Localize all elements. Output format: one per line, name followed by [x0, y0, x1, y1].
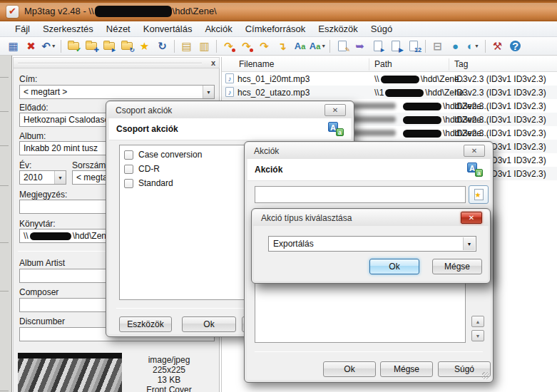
- reload-directory-icon[interactable]: ↻: [118, 38, 136, 54]
- column-tag[interactable]: Tag: [454, 59, 468, 69]
- paste-tag-arrow-icon[interactable]: ↷: [255, 38, 273, 54]
- red-dot: [232, 48, 235, 52]
- menu-nezet[interactable]: Nézet: [100, 22, 137, 36]
- composer-label: Composer: [19, 287, 58, 297]
- panel-close-icon[interactable]: x: [211, 58, 215, 67]
- checkbox-unchecked[interactable]: [124, 165, 133, 174]
- auto-numbering-icon[interactable]: 12: [404, 38, 422, 54]
- close-icon[interactable]: ✕: [464, 145, 485, 157]
- menu-akciok[interactable]: Akciók: [198, 22, 238, 36]
- tools-button[interactable]: Eszközök: [119, 316, 172, 332]
- checkbox-unchecked[interactable]: [124, 179, 133, 188]
- favorites-glyph: ★: [140, 41, 149, 51]
- title-field[interactable]: < megtart >▼: [19, 85, 215, 99]
- tag-panel-header[interactable]: x: [13, 57, 220, 68]
- discnumber-label: Discnumber: [19, 316, 65, 326]
- close-icon[interactable]: ✕: [461, 212, 482, 224]
- move-up-button[interactable]: ▲: [471, 316, 484, 327]
- move-down-button[interactable]: ▼: [471, 330, 484, 341]
- column-path[interactable]: Path: [374, 59, 392, 69]
- column-filename[interactable]: Filename: [239, 59, 274, 69]
- album-label: Album:: [19, 131, 46, 141]
- add-directory-icon[interactable]: ✚: [82, 38, 100, 54]
- print-glyph: ⊟: [433, 41, 442, 51]
- undo-icon[interactable]: ↶▼: [40, 38, 58, 54]
- action-type-combo[interactable]: Exportálás ▼: [268, 236, 476, 252]
- comment-label: Megjegyzés:: [19, 190, 67, 200]
- new-action-button[interactable]: ★: [469, 185, 489, 204]
- tag-to-filename-icon[interactable]: ►: [369, 38, 387, 54]
- menu-eszkozok[interactable]: Eszközök: [312, 22, 364, 36]
- year-field[interactable]: 2010▼: [19, 170, 66, 185]
- album-art[interactable]: [18, 353, 122, 392]
- dropdown-caret: ▼: [51, 43, 56, 48]
- ok-button[interactable]: Ok: [323, 361, 376, 377]
- cover-mime: image/jpeg: [126, 355, 212, 365]
- year-label: Év:: [19, 160, 31, 170]
- actions-icon[interactable]: Aa▼: [309, 38, 327, 54]
- favorites-icon[interactable]: ★: [136, 38, 153, 54]
- remove-icon[interactable]: ✖: [22, 38, 40, 54]
- artist-label: Előadó:: [19, 103, 48, 113]
- save-glyph: ▦: [8, 41, 18, 51]
- resize-grip[interactable]: [482, 372, 489, 379]
- web-sources-icon[interactable]: ◐▼: [464, 38, 482, 54]
- web-icon[interactable]: ●: [446, 38, 464, 54]
- table-row[interactable]: ♪hcs_01_i20mt.mp3\\\hdd\Zene...ID3v2.3 (…: [222, 72, 557, 86]
- convert-glyph: ➥: [355, 41, 364, 51]
- edit-tag-icon[interactable]: ✎: [333, 38, 351, 54]
- column-divider[interactable]: [369, 58, 369, 71]
- aa-glyph: Aa: [295, 41, 306, 51]
- copy-tag-icon[interactable]: ▤: [178, 38, 195, 54]
- ok-button[interactable]: Ok: [182, 316, 236, 332]
- copy-tag-arrow-icon[interactable]: ↷: [237, 38, 255, 54]
- title-bar: ✔ Mp3tag v2.48 - \\\hdd\Zene\: [0, 0, 557, 21]
- chevron-down-icon[interactable]: ▼: [463, 237, 475, 250]
- tag-copy-arrow-glyph: ↴: [277, 41, 287, 51]
- menu-sugo[interactable]: Súgó: [364, 22, 399, 36]
- refresh-icon[interactable]: ↻: [153, 38, 171, 54]
- menu-szerkesztes[interactable]: Szerkesztés: [36, 22, 100, 36]
- menu-cimkeforrasok[interactable]: Címkeforrások: [239, 22, 312, 36]
- open-directory-icon[interactable]: ►: [100, 38, 118, 54]
- toolbar-separator: [329, 40, 330, 53]
- chevron-down-icon[interactable]: ▼: [203, 86, 214, 98]
- action-name-field[interactable]: [255, 186, 466, 203]
- star-icon: ★: [475, 192, 481, 199]
- web-glyph: ●: [452, 41, 459, 51]
- window-title: Mp3tag v2.48 - \\\hdd\Zene\: [24, 6, 217, 18]
- menu-fajl[interactable]: Fájl: [9, 22, 36, 36]
- paste-tag-icon[interactable]: ▥: [195, 38, 213, 54]
- file-tag: ID3v2.3 (ID3v1 ID3v2.3): [454, 128, 546, 138]
- chevron-down-icon[interactable]: ▼: [54, 171, 66, 184]
- table-row[interactable]: ♪hcs_02_utazo.mp3\\1\hdd\Zene...ID3v2.3 …: [222, 86, 557, 99]
- toolbar-separator: [216, 40, 217, 53]
- dialog-separator: [255, 351, 483, 352]
- close-icon[interactable]: ✕: [325, 104, 346, 116]
- dropdown-caret: ▼: [321, 43, 326, 48]
- column-divider[interactable]: [449, 58, 449, 71]
- options-icon[interactable]: ⚒: [489, 38, 506, 54]
- checkbox-unchecked[interactable]: [124, 150, 133, 160]
- convert-icon[interactable]: ➥: [351, 38, 369, 54]
- cover-info: image/jpeg 225x225 13 KB Front Cover: [126, 355, 212, 392]
- cover-dimensions: 225x225: [126, 365, 212, 375]
- cut-tag-arrow-icon[interactable]: ↷: [220, 38, 237, 54]
- menu-konvertalas[interactable]: Konvertálás: [137, 22, 199, 36]
- filename-to-tag-icon[interactable]: ▶: [387, 38, 404, 54]
- change-directory-icon[interactable]: ✔: [64, 38, 82, 54]
- file-name: hcs_01_i20mt.mp3: [237, 74, 310, 84]
- print-icon[interactable]: ⊟: [429, 38, 446, 54]
- checkbox-label: Standard: [138, 178, 173, 188]
- save-icon[interactable]: ▦: [4, 38, 22, 54]
- menu-bar: FájlSzerkesztésNézetKonvertálásAkciókCím…: [0, 21, 557, 37]
- ok-button[interactable]: Ok: [369, 259, 419, 274]
- case-conversion-icon[interactable]: Aa: [291, 38, 309, 54]
- refresh-glyph: ↻: [158, 41, 167, 51]
- checkbox-label: Case conversion: [138, 150, 202, 160]
- cancel-button[interactable]: Mégse: [432, 259, 482, 274]
- tag-copy-arrow-icon[interactable]: ↴: [273, 38, 291, 54]
- help-icon[interactable]: ?: [506, 38, 524, 54]
- file-path: \\\hdd\Zene...: [374, 74, 466, 84]
- cancel-button[interactable]: Mégse: [380, 361, 433, 377]
